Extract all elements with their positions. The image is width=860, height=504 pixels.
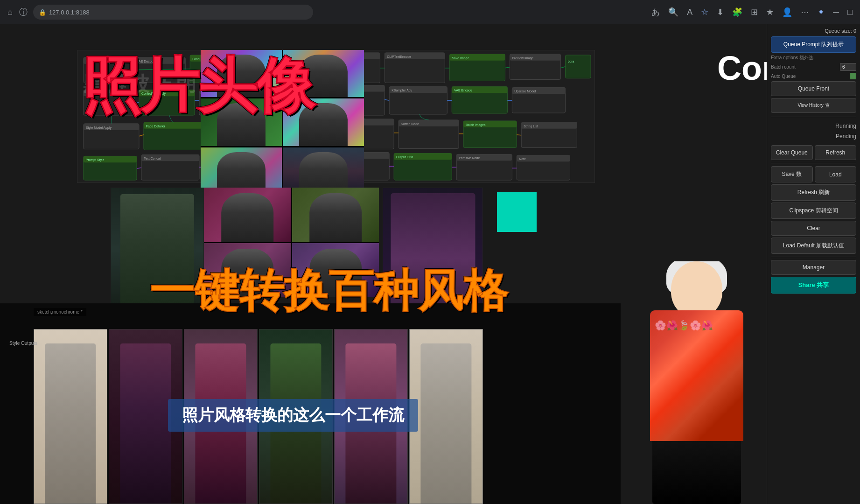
- svg-text:VAE Encode: VAE Encode: [454, 89, 472, 92]
- queue-prompt-btn[interactable]: Queue Prompt 队列提示: [771, 36, 856, 53]
- zoom-icon[interactable]: 🔍: [666, 5, 680, 19]
- batch-count-row: Batch count: [771, 63, 856, 71]
- teal-color-square: [497, 192, 537, 232]
- svg-text:CLIPTextEncode: CLIPTextEncode: [387, 55, 411, 58]
- photo-cell-1: [201, 50, 282, 97]
- portrait-sketch-2: [409, 329, 483, 504]
- char-body: [636, 261, 757, 504]
- main-content: KSampler VAE Decode Load Image Checkpoin…: [0, 24, 860, 504]
- svg-text:Prompt Style: Prompt Style: [86, 158, 105, 162]
- home-icon[interactable]: ⌂: [6, 6, 14, 19]
- svg-text:String List: String List: [524, 125, 538, 128]
- clear-queue-btn[interactable]: Clear Queue: [771, 145, 813, 160]
- portrait-sketch-1: [34, 329, 107, 504]
- svg-text:Primitive Node: Primitive Node: [459, 156, 480, 160]
- favorites-icon[interactable]: ☆: [699, 5, 710, 19]
- user-icon[interactable]: 👤: [780, 5, 794, 19]
- toolbar-right: あ 🔍 A ☆ ⬇ 🧩 ⊞ ★ 👤 ⋯ ✦ ─ □: [650, 5, 854, 20]
- mid-cell-4: [292, 243, 379, 297]
- more-icon[interactable]: ⋯: [799, 5, 811, 19]
- status-section: Running Pending: [771, 121, 856, 141]
- queue-size: Queue size: 0: [771, 28, 856, 34]
- star-icon[interactable]: ★: [764, 5, 776, 19]
- clear-btn[interactable]: Clear: [771, 221, 856, 236]
- clear-refresh-row: Clear Queue Refresh: [771, 145, 856, 160]
- svg-text:Upscale Model: Upscale Model: [514, 90, 536, 93]
- refresh-btn[interactable]: Refresh 刷新: [771, 184, 856, 201]
- portrait-pinkhair: [109, 329, 182, 504]
- queue-front-btn[interactable]: Queue Front: [771, 81, 856, 96]
- save-btn[interactable]: Save 数: [771, 166, 813, 182]
- mid-cell-1: [204, 188, 291, 242]
- address-bar[interactable]: 🔒 127.0.0.1:8188: [33, 5, 313, 20]
- char-shirt: [650, 310, 743, 441]
- divider-3: [771, 257, 856, 257]
- queue-section: Queue size: 0 Queue Prompt 队列提示 Extra op…: [771, 28, 856, 113]
- divider-2: [771, 163, 856, 163]
- photo-grid-top: [201, 50, 364, 195]
- svg-text:Style Model Apply: Style Model Apply: [86, 126, 112, 130]
- divider-1: [771, 117, 856, 117]
- portrait-left: [111, 188, 204, 311]
- svg-text:Save Image: Save Image: [452, 56, 469, 60]
- save-load-row: Save 数 Load: [771, 166, 856, 182]
- photo-grid-mid: [204, 188, 379, 297]
- bottom-strip: sketch,monochrome,* Style Outputs: [0, 303, 621, 504]
- photo-cell-2: [283, 50, 364, 97]
- maximize-icon[interactable]: □: [846, 6, 854, 19]
- svg-text:Batch Images: Batch Images: [466, 123, 486, 127]
- nav-icons: ⌂ ⓘ: [6, 5, 29, 20]
- svg-text:Note: Note: [519, 157, 526, 161]
- view-history-btn[interactable]: View History 查: [771, 98, 856, 113]
- manager-btn[interactable]: Manager: [771, 260, 856, 275]
- refresh-queue-btn[interactable]: Refresh: [815, 145, 857, 160]
- svg-text:Preview Image: Preview Image: [512, 56, 533, 60]
- sketch-label: sketch,monochrome,*: [34, 308, 86, 316]
- load-btn[interactable]: Load: [815, 166, 857, 182]
- view-history-row: View History 查: [771, 98, 856, 113]
- svg-text:Lora: Lora: [567, 60, 574, 63]
- photo-cell-3: [201, 98, 282, 146]
- portrait-colorful-1: [184, 329, 258, 504]
- browser-chrome: ⌂ ⓘ 🔒 127.0.0.1:8188 あ 🔍 A ☆ ⬇ 🧩 ⊞ ★ 👤 ⋯…: [0, 0, 860, 24]
- photo-cell-4: [283, 98, 364, 146]
- svg-text:Face Detailer: Face Detailer: [146, 125, 166, 128]
- url-text: 127.0.0.1:8188: [49, 9, 90, 16]
- portrait-colorful-2: [334, 329, 408, 504]
- share-btn[interactable]: Share 共享: [771, 277, 856, 294]
- svg-text:Text Concat: Text Concat: [144, 157, 161, 160]
- extra-options-row: Extra options 额外选: [771, 55, 856, 61]
- svg-rect-24: [566, 55, 591, 78]
- right-panel: Queue size: 0 Queue Prompt 队列提示 Extra op…: [767, 24, 860, 504]
- svg-text:IP-Adapter: IP-Adapter: [86, 92, 102, 96]
- auto-queue-row: Auto Queue: [771, 73, 856, 79]
- mid-cell-2: [292, 188, 379, 242]
- minimize-icon[interactable]: ─: [831, 6, 841, 19]
- svg-text:Output Grid: Output Grid: [396, 155, 413, 159]
- portrait-green-1: [259, 329, 333, 504]
- extension-icon[interactable]: 🧩: [730, 5, 744, 19]
- anime-character: [631, 261, 762, 504]
- load-default-btn[interactable]: Load Default 加载默认值: [771, 238, 856, 254]
- download-icon[interactable]: ⬇: [715, 5, 726, 19]
- batch-count-input[interactable]: [840, 63, 856, 71]
- svg-text:VAE Decode: VAE Decode: [137, 60, 155, 63]
- tab-group-icon[interactable]: ⊞: [749, 5, 760, 19]
- queue-front-history-row: Queue Front: [771, 81, 856, 96]
- pending-status: Pending: [771, 131, 856, 141]
- auto-queue-toggle[interactable]: [850, 73, 856, 79]
- clipspace-btn[interactable]: Clipspace 剪辑空间: [771, 203, 856, 219]
- info-icon[interactable]: ⓘ: [17, 5, 29, 20]
- text-icon[interactable]: A: [685, 6, 694, 19]
- running-status: Running: [771, 121, 856, 131]
- svg-text:Switch Node: Switch Node: [401, 122, 419, 126]
- bottom-portrait-row: [34, 329, 483, 504]
- svg-text:KSampler Adv: KSampler Adv: [392, 89, 412, 92]
- char-head: [671, 261, 722, 317]
- char-legs: [652, 441, 741, 504]
- mid-cell-3: [204, 243, 291, 297]
- svg-text:KSampler: KSampler: [86, 60, 100, 63]
- edge-icon[interactable]: ✦: [816, 5, 826, 19]
- style-outputs-label: Style Outputs: [9, 341, 37, 346]
- translate-icon[interactable]: あ: [650, 5, 662, 20]
